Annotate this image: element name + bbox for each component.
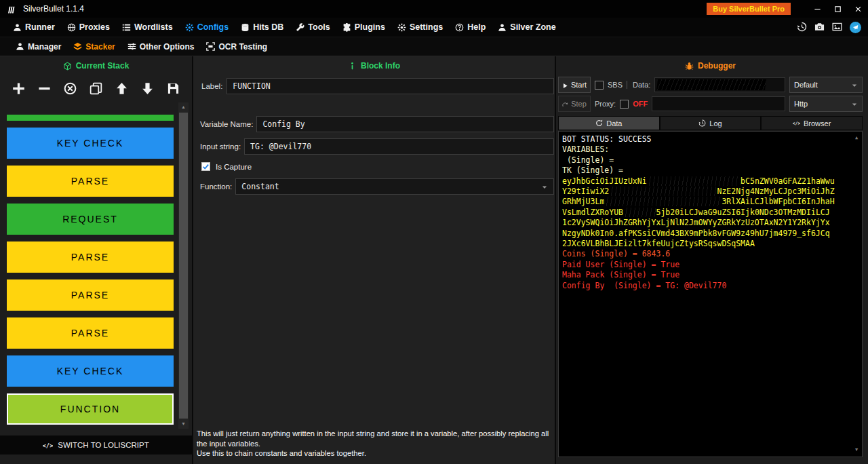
submenu-item-ocr-testing[interactable]: OCR Testing xyxy=(200,37,273,56)
add-block-button[interactable] xyxy=(11,81,26,96)
move-down-button[interactable] xyxy=(140,81,155,96)
switch-to-loliscript-label: SWITCH TO LOLISCRIPT xyxy=(58,441,149,449)
menu-item-configs[interactable]: Configs xyxy=(179,18,235,37)
menu-item-wordlists[interactable]: Wordlists xyxy=(116,18,179,37)
debugger-title: Debugger xyxy=(698,61,736,71)
menu-item-settings[interactable]: Settings xyxy=(391,18,449,37)
stack-block-key-check[interactable]: KEY CHECK xyxy=(7,355,174,387)
menu-item-tools[interactable]: Tools xyxy=(290,18,336,37)
info-icon xyxy=(348,62,357,71)
step-icon xyxy=(562,102,568,108)
check-icon xyxy=(202,163,210,170)
console-line: Y29tIiwiX2lkIjoiNjRhZGQ3YmYyZDk0NNzE2Njg… xyxy=(562,187,850,197)
telegram-icon[interactable] xyxy=(850,22,861,33)
variable-name-label: Variable Name: xyxy=(200,120,253,128)
is-capture-checkbox[interactable] xyxy=(201,162,210,171)
is-capture-label: Is Capture xyxy=(216,163,252,171)
proxy-type-value: Http xyxy=(794,100,808,108)
redaction-mark: NvbSIsImlhdCI6MTY5MjM0NTY xyxy=(604,197,722,206)
stack-block-parse[interactable]: PARSE xyxy=(7,241,174,273)
sbs-checkbox[interactable] xyxy=(595,81,604,90)
camera-button[interactable] xyxy=(814,22,825,33)
variable-name-row: Variable Name: Config By xyxy=(196,116,554,132)
switch-to-loliscript-button[interactable]: </> SWITCH TO LOLISCRIPT xyxy=(0,436,192,455)
history-button[interactable] xyxy=(797,22,808,33)
tab-data[interactable]: Data xyxy=(558,116,660,130)
console-scroll-down-arrow[interactable]: ▼ xyxy=(855,445,858,455)
buy-pro-button[interactable]: Buy SilverBullet Pro xyxy=(707,3,791,15)
label-row: Label: FUNCTION xyxy=(201,78,554,94)
submenu-item-stacker[interactable]: Stacker xyxy=(67,37,121,56)
move-up-button[interactable] xyxy=(115,81,130,96)
menu-item-plugins[interactable]: Plugins xyxy=(336,18,391,37)
stack-panel: Current Stack KEY CHECKPARSEREQUESTPARSE… xyxy=(0,56,193,464)
svg-text:</>: </> xyxy=(43,442,53,448)
menu-item-hits-db[interactable]: Hits DB xyxy=(235,18,290,37)
runner-icon xyxy=(13,23,22,32)
save-config-button[interactable] xyxy=(166,81,181,96)
stack-block-partial[interactable] xyxy=(7,115,174,121)
stack-block-key-check[interactable]: KEY CHECK xyxy=(7,128,174,159)
stack-block-parse[interactable]: PARSE xyxy=(7,317,174,349)
step-button[interactable]: Step xyxy=(558,96,591,112)
scroll-thumb[interactable] xyxy=(179,113,188,419)
block-info-form: Variable Name: Config By Input string: T… xyxy=(196,116,554,201)
proxy-label: Proxy: xyxy=(595,100,616,108)
menu-item-help[interactable]: Help xyxy=(449,18,492,37)
menu-item-label: Wordlists xyxy=(134,22,173,32)
proxy-checkbox[interactable] xyxy=(620,100,629,109)
proxy-type-dropdown[interactable]: Http xyxy=(789,96,863,112)
menu-item-runner[interactable]: Runner xyxy=(7,18,61,37)
stack-block-function[interactable]: FUNCTION xyxy=(7,393,174,425)
function-value: Constant xyxy=(241,182,279,191)
debugger-header: Debugger xyxy=(558,56,863,75)
input-string-label: Input string: xyxy=(200,142,241,151)
submenu-items: ManagerStackerOther OptionsOCR Testing xyxy=(9,37,273,56)
image-button[interactable] xyxy=(832,22,843,33)
console-line: 2JXc6VLBhBLJEizlt7kfeUujcZtysRSqswDSqSMA… xyxy=(562,239,850,249)
variable-name-input[interactable]: Config By xyxy=(256,116,554,132)
clone-block-button[interactable] xyxy=(88,81,103,96)
input-string-input[interactable]: TG: @Devil770 xyxy=(244,138,554,155)
console-line: Coins (Single) = 6843.6 xyxy=(562,249,850,259)
save-icon xyxy=(167,82,180,95)
plus-icon xyxy=(12,82,25,95)
data-input[interactable] xyxy=(654,77,785,92)
stack-scrollbar[interactable]: ▲ ▼ xyxy=(178,102,189,429)
console-scroll-up-arrow[interactable]: ▲ xyxy=(855,133,858,143)
close-button[interactable] xyxy=(848,0,868,18)
console-line: Maha Pack (Single) = True xyxy=(562,270,850,280)
submenu-item-other-options[interactable]: Other Options xyxy=(121,37,201,56)
maximize-button[interactable] xyxy=(827,0,848,18)
menu-item-label: Proxies xyxy=(79,22,110,32)
console-line: TK (Single) = xyxy=(562,166,850,176)
proxy-input[interactable] xyxy=(652,96,785,111)
block-description-line: This will just return anything written i… xyxy=(197,429,551,448)
help-icon xyxy=(455,23,464,32)
label-input[interactable]: FUNCTION xyxy=(226,78,554,94)
menubar-right-icons xyxy=(797,22,868,33)
console-line: 1c2VySWQiOiJhZGRhYjYxLjNlN2JmOWYyZGRkYzU… xyxy=(562,218,850,228)
scroll-down-arrow[interactable]: ▼ xyxy=(181,419,186,429)
tab-log[interactable]: Log xyxy=(660,116,762,130)
minimize-button[interactable] xyxy=(807,0,827,18)
remove-block-button[interactable] xyxy=(37,81,52,96)
close-icon xyxy=(854,5,862,13)
start-button[interactable]: Start xyxy=(558,77,591,93)
console-scrollbar[interactable]: ▲ ▼ xyxy=(852,133,861,455)
function-dropdown[interactable]: Constant xyxy=(235,178,554,195)
browser-tab-icon: </> xyxy=(793,119,800,127)
block-info-panel: Block Info Label: FUNCTION Variable Name… xyxy=(193,56,556,464)
stack-block-parse[interactable]: PARSE xyxy=(7,279,174,311)
chevron-down-icon xyxy=(851,82,858,89)
submenu-item-manager[interactable]: Manager xyxy=(9,37,67,56)
tab-browser[interactable]: </>Browser xyxy=(761,116,863,130)
stack-block-parse[interactable]: PARSE xyxy=(7,166,174,197)
stack-block-request[interactable]: REQUEST xyxy=(7,204,174,235)
menu-item-proxies[interactable]: Proxies xyxy=(61,18,116,37)
menu-item-silver-zone[interactable]: Silver Zone xyxy=(492,18,561,37)
clear-stack-button[interactable] xyxy=(62,81,77,96)
scroll-up-arrow[interactable]: ▲ xyxy=(181,102,186,112)
wordlist-type-dropdown[interactable]: Default xyxy=(789,77,863,93)
window-title: SilverBullet 1.1.4 xyxy=(23,4,84,14)
